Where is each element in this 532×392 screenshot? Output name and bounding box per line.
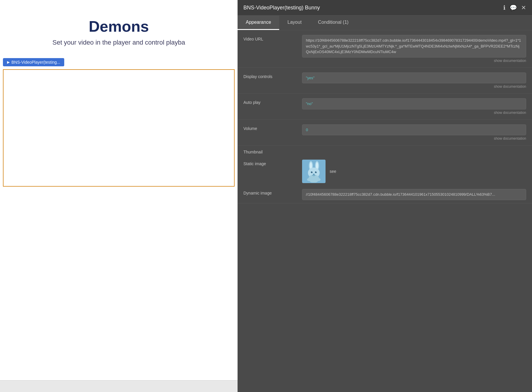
dynamic-image-box[interactable]: //10f48445606788e322218ff75cc382d7.cdn.b…: [302, 189, 526, 200]
see-link[interactable]: see: [330, 169, 336, 174]
svg-point-10: [313, 174, 315, 175]
panel-header: BNS-VideoPlayer(testing) Bunny ℹ 💬 ✕: [238, 0, 532, 16]
svg-point-9: [316, 172, 316, 172]
svg-point-8: [312, 172, 312, 172]
volume-show-doc[interactable]: show documentation: [302, 136, 526, 141]
auto-play-show-doc[interactable]: show documentation: [302, 111, 526, 115]
dynamic-image-label: Dynamic image: [243, 189, 302, 195]
display-controls-box[interactable]: "yes": [302, 72, 526, 84]
chat-icon[interactable]: 💬: [510, 4, 517, 11]
display-controls-show-doc[interactable]: show documentation: [302, 85, 526, 89]
video-url-row: Video URL https://10f48445606788e322218f…: [238, 30, 532, 68]
thumbnail-section-header: Thumbnail: [238, 146, 532, 157]
dynamic-image-row: Dynamic image //10f48445606788e322218ff7…: [238, 186, 532, 203]
main-canvas: Demons Set your video in the player and …: [0, 0, 532, 392]
video-url-show-doc[interactable]: show documentation: [302, 59, 526, 63]
thumbnail-value: see: [302, 160, 336, 183]
static-image-row: Static image: [238, 157, 532, 186]
page-subtitle: Set your video in the player and control…: [12, 39, 226, 46]
close-icon[interactable]: ✕: [521, 4, 526, 11]
tab-conditional[interactable]: Conditional (1): [310, 16, 357, 30]
svg-point-11: [307, 178, 311, 181]
bunny-svg: [304, 160, 323, 183]
volume-row: Volume 0 show documentation: [238, 120, 532, 146]
auto-play-box[interactable]: "no": [302, 98, 526, 109]
component-tag[interactable]: ▶ BNS-VideoPlayer(testing...: [3, 58, 64, 66]
info-icon[interactable]: ℹ: [503, 4, 506, 11]
video-url-box[interactable]: https://10f48445606788e322218ff75cc382d7…: [302, 35, 526, 58]
page-header: Demons Set your video in the player and …: [0, 0, 238, 52]
status-bar: [0, 380, 238, 392]
video-url-label: Video URL: [243, 35, 302, 41]
right-panel: BNS-VideoPlayer(testing) Bunny ℹ 💬 ✕ App…: [238, 0, 532, 392]
tab-layout[interactable]: Layout: [279, 16, 310, 30]
component-bar: ▶ BNS-VideoPlayer(testing...: [0, 58, 238, 66]
auto-play-value: "no" show documentation: [302, 98, 526, 115]
svg-point-12: [316, 178, 321, 181]
panel-tabs: Appearance Layout Conditional (1): [238, 16, 532, 30]
static-image-label: Static image: [243, 160, 302, 166]
volume-value: 0 show documentation: [302, 124, 526, 141]
page-content: Demons Set your video in the player and …: [0, 0, 238, 392]
panel-content[interactable]: Video URL https://10f48445606788e322218f…: [238, 30, 532, 392]
svg-point-7: [315, 171, 317, 173]
display-controls-value: "yes" show documentation: [302, 72, 526, 89]
volume-box[interactable]: 0: [302, 124, 526, 136]
panel-header-icons: ℹ 💬 ✕: [503, 4, 526, 11]
tab-appearance[interactable]: Appearance: [238, 16, 279, 30]
video-url-value: https://10f48445606788e322218ff75cc382d7…: [302, 35, 526, 63]
play-icon: ▶: [7, 60, 10, 64]
svg-point-6: [311, 171, 313, 173]
thumbnail-img[interactable]: [302, 160, 326, 183]
display-controls-label: Display controls: [243, 72, 302, 79]
video-player-box: [3, 69, 235, 187]
auto-play-label: Auto play: [243, 98, 302, 105]
panel-title: BNS-VideoPlayer(testing) Bunny: [243, 5, 320, 11]
volume-label: Volume: [243, 124, 302, 131]
display-controls-row: Display controls "yes" show documentatio…: [238, 68, 532, 94]
page-title: Demons: [12, 18, 226, 35]
auto-play-row: Auto play "no" show documentation: [238, 94, 532, 120]
dynamic-image-value: //10f48445606788e322218ff75cc382d7.cdn.b…: [302, 189, 526, 200]
component-tag-label: BNS-VideoPlayer(testing...: [11, 60, 60, 65]
